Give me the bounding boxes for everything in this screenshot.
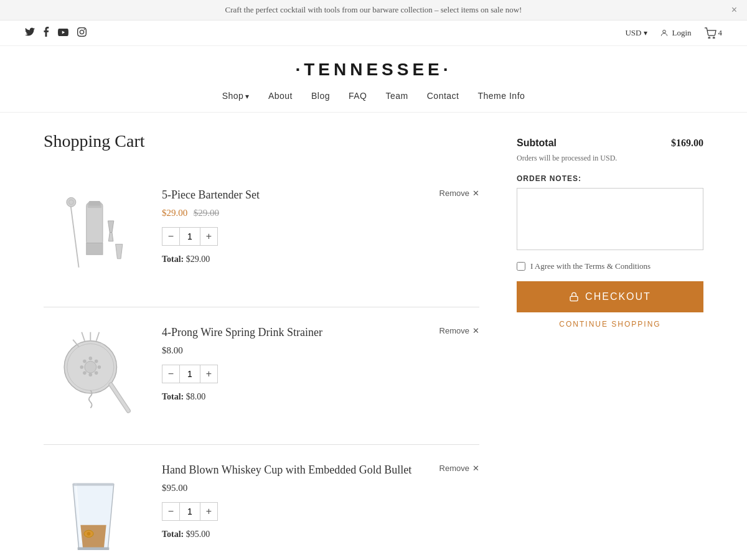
nav-theme-info[interactable]: Theme Info [478, 91, 525, 101]
checkout-label: CHECKOUT [585, 291, 651, 302]
item-price-row: $8.00 [162, 345, 479, 356]
quantity-control: − + [162, 365, 218, 383]
login-link[interactable]: Login [660, 28, 691, 38]
svg-marker-12 [116, 244, 123, 258]
price-regular: $95.00 [162, 483, 187, 493]
svg-point-1 [708, 37, 710, 39]
announcement-text: Craft the perfect cocktail with tools fr… [225, 5, 522, 14]
remove-icon: ✕ [472, 326, 479, 335]
svg-rect-5 [89, 201, 101, 206]
login-label: Login [672, 28, 691, 38]
item-details-strainer: 4-Prong Wire Spring Drink Strainer $8.00… [162, 326, 479, 402]
item-image-strainer [44, 326, 143, 426]
total-label: Total: [162, 530, 184, 539]
svg-point-33 [87, 532, 91, 536]
svg-line-28 [82, 332, 85, 341]
page-content: Shopping Cart [19, 113, 728, 560]
twitter-icon[interactable] [25, 27, 35, 39]
total-value: $29.00 [186, 254, 210, 264]
nav-contact[interactable]: Contact [427, 91, 459, 101]
announcement-close-button[interactable]: × [731, 5, 737, 15]
svg-point-17 [95, 360, 98, 363]
quantity-control: − + [162, 502, 218, 521]
item-total: Total: $95.00 [162, 530, 479, 539]
subtotal-label: Subtotal [517, 138, 557, 149]
svg-line-30 [96, 332, 100, 341]
svg-point-22 [83, 371, 87, 375]
svg-marker-7 [108, 221, 113, 233]
remove-item-button[interactable]: Remove ✕ [439, 464, 479, 473]
subtotal-amount: $169.00 [671, 138, 703, 149]
nav-blog[interactable]: Blog [311, 91, 330, 101]
svg-marker-8 [108, 233, 113, 241]
checkout-button[interactable]: CHECKOUT [517, 281, 703, 312]
qty-decrease-button[interactable]: − [162, 365, 179, 383]
qty-decrease-button[interactable]: − [162, 228, 179, 245]
svg-rect-3 [87, 203, 103, 245]
svg-point-21 [98, 365, 101, 369]
subtotal-row: Subtotal $169.00 [517, 138, 703, 149]
shop-chevron-icon [245, 91, 250, 101]
youtube-icon[interactable] [58, 28, 68, 39]
nav-team[interactable]: Team [386, 91, 408, 101]
logo-text[interactable]: ·TENNESSEE· [0, 60, 747, 80]
cart-item: Hand Blown Whiskey Cup with Embedded Gol… [44, 445, 479, 560]
total-label: Total: [162, 392, 184, 401]
item-name: 5-Piece Bartender Set [162, 189, 479, 202]
usd-note: Orders will be processed in USD. [517, 154, 703, 163]
total-value: $95.00 [186, 530, 210, 539]
svg-point-10 [67, 197, 76, 207]
svg-rect-35 [78, 547, 110, 550]
remove-item-button[interactable]: Remove ✕ [439, 189, 479, 198]
nav-about[interactable]: About [268, 91, 293, 101]
remove-label: Remove [439, 189, 469, 198]
item-image-bartender-set [44, 189, 143, 288]
item-details-bartender-set: 5-Piece Bartender Set $29.00 $29.00 − + … [162, 189, 479, 264]
remove-label: Remove [439, 326, 469, 335]
cart-item: 5-Piece Bartender Set $29.00 $29.00 − + … [44, 170, 479, 307]
qty-input[interactable] [179, 503, 200, 520]
qty-increase-button[interactable]: + [200, 365, 217, 383]
svg-point-15 [83, 360, 87, 363]
cart-button[interactable]: 4 [704, 27, 723, 39]
remove-icon: ✕ [472, 464, 479, 473]
qty-increase-button[interactable]: + [200, 228, 217, 245]
nav-faq[interactable]: FAQ [349, 91, 367, 101]
svg-rect-36 [570, 296, 578, 301]
svg-rect-34 [73, 483, 114, 486]
continue-shopping-button[interactable]: CONTINUE SHOPPING [517, 320, 703, 329]
main-nav: Shop About Blog FAQ Team Contact Theme I… [0, 86, 747, 113]
svg-point-25 [85, 362, 96, 373]
remove-item-button[interactable]: Remove ✕ [439, 326, 479, 335]
item-name: 4-Prong Wire Spring Drink Strainer [162, 326, 479, 339]
qty-input[interactable] [179, 365, 200, 383]
header-top: USD Login 4 [0, 21, 747, 46]
terms-checkbox[interactable] [517, 262, 525, 271]
order-notes-textarea[interactable] [517, 188, 703, 250]
price-regular: $8.00 [162, 345, 183, 355]
item-price-row: $29.00 $29.00 [162, 208, 479, 218]
total-value: $8.00 [186, 392, 206, 401]
svg-point-24 [95, 371, 98, 375]
item-price-row: $95.00 [162, 483, 479, 493]
terms-row: I Agree with the Terms & Conditions [517, 261, 703, 271]
cart-section: Shopping Cart [44, 131, 479, 560]
qty-increase-button[interactable]: + [200, 503, 217, 520]
currency-selector[interactable]: USD [625, 28, 647, 38]
currency-chevron [644, 28, 647, 38]
facebook-icon[interactable] [44, 27, 49, 39]
quantity-control: − + [162, 227, 218, 246]
qty-input[interactable] [179, 228, 200, 245]
svg-point-0 [663, 30, 666, 33]
announcement-bar: Craft the perfect cocktail with tools fr… [0, 0, 747, 21]
cart-sidebar: Subtotal $169.00 Orders will be processe… [517, 131, 703, 560]
instagram-icon[interactable] [77, 27, 87, 39]
svg-line-9 [70, 200, 79, 268]
nav-shop[interactable]: Shop [222, 91, 250, 101]
terms-label: I Agree with the Terms & Conditions [530, 261, 651, 271]
social-icons [25, 27, 87, 39]
qty-decrease-button[interactable]: − [162, 503, 179, 520]
item-total: Total: $29.00 [162, 254, 479, 264]
item-total: Total: $8.00 [162, 392, 479, 402]
svg-point-2 [713, 37, 714, 39]
